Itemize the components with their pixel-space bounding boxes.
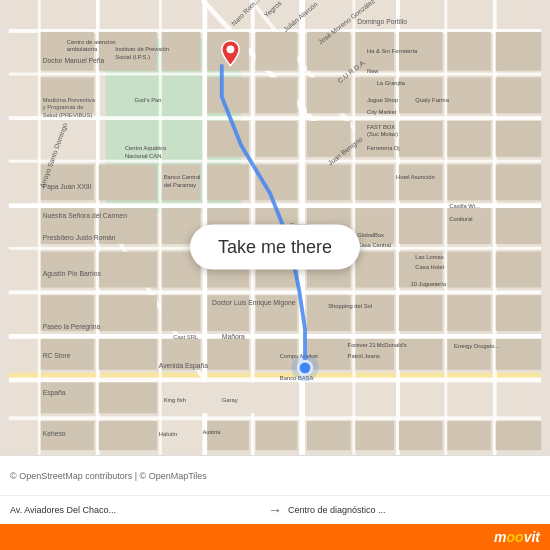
svg-text:Avenida España: Avenida España [159,362,208,370]
svg-rect-82 [355,252,394,288]
direction-to: Centro de diagnóstico ... [288,505,540,515]
svg-rect-71 [307,165,351,201]
svg-text:Centro Aquático: Centro Aquático [125,145,166,151]
svg-rect-92 [399,295,443,331]
svg-text:10 Juguetería: 10 Juguetería [411,281,447,287]
svg-text:y Programas de: y Programas de [43,104,84,110]
svg-text:Papa Juan XXIII: Papa Juan XXIII [43,183,92,191]
svg-text:RC Store: RC Store [43,352,71,359]
svg-text:Casa Hotel: Casa Hotel [415,264,444,270]
svg-text:Halutín: Halutín [159,431,177,437]
svg-text:Doctor Manuel Peña: Doctor Manuel Peña [43,57,105,64]
svg-text:Instituto de Previsión: Instituto de Previsión [115,46,169,52]
svg-rect-89 [399,165,443,201]
svg-rect-36 [99,165,157,201]
svg-text:Agustín Pío Barrios: Agustín Pío Barrios [43,270,102,278]
map-area[interactable]: Doctor Manuel Peña Medicina Preventiva y… [0,0,550,455]
svg-text:God's Pan: God's Pan [135,97,162,103]
attribution-bar: © OpenStreetMap contributors | © OpenMap… [0,455,550,495]
svg-text:Austria: Austria [202,429,221,435]
svg-rect-110 [496,295,541,331]
svg-rect-5 [9,160,541,163]
svg-rect-33 [41,382,94,413]
svg-text:Garay: Garay [222,397,238,403]
directions-row: Av. Aviadores Del Chaco... → Centro de d… [0,495,550,524]
svg-text:La Granjita: La Granjita [377,80,406,86]
svg-rect-90 [399,208,443,244]
svg-rect-112 [496,421,541,450]
svg-rect-58 [207,421,249,450]
svg-text:Patrol Jeans: Patrol Jeans [348,353,380,359]
svg-rect-111 [496,339,541,370]
svg-text:Cooltural: Cooltural [449,216,472,222]
svg-text:GlobalBox: GlobalBox [357,232,384,238]
svg-text:Ha & Sm Ferretería: Ha & Sm Ferretería [367,48,418,54]
svg-text:FAST BOX: FAST BOX [367,124,395,130]
svg-text:Paseo la Peregrina: Paseo la Peregrina [43,323,101,331]
svg-rect-76 [307,421,351,450]
svg-rect-108 [496,208,541,244]
svg-rect-61 [256,121,298,157]
svg-text:Shopping del Sol: Shopping del Sol [328,303,372,309]
svg-text:Mañora: Mañora [222,333,245,340]
svg-text:Centro de atencion: Centro de atencion [67,39,116,45]
svg-text:Doctor Luis Enrique Migone: Doctor Luis Enrique Migone [212,299,296,307]
svg-rect-106 [496,121,541,157]
svg-text:Qualy Farma: Qualy Farma [415,97,449,103]
svg-rect-99 [447,208,491,244]
svg-rect-40 [99,339,157,370]
app-container: Doctor Manuel Peña Medicina Preventiva y… [0,0,550,550]
svg-text:Jugue Shop: Jugue Shop [367,97,398,103]
svg-rect-85 [355,421,394,450]
svg-rect-13 [38,0,41,455]
svg-text:Salud (PREVIBUS): Salud (PREVIBUS) [43,112,93,118]
svg-rect-98 [447,165,491,201]
svg-rect-83 [355,295,394,331]
svg-rect-21 [444,0,447,455]
svg-rect-101 [447,295,491,331]
svg-rect-38 [99,252,157,288]
svg-rect-96 [447,77,491,113]
svg-text:Casilla Wi...: Casilla Wi... [449,203,480,209]
svg-rect-53 [207,165,249,201]
svg-text:McDonald's: McDonald's [377,342,407,348]
svg-rect-104 [496,32,541,71]
svg-text:Cast SRL: Cast SRL [173,334,199,340]
svg-rect-41 [99,382,157,413]
svg-rect-47 [162,295,201,331]
svg-rect-15 [159,0,162,455]
svg-text:Ferretería Dj: Ferretería Dj [367,145,400,151]
svg-rect-80 [355,165,394,201]
svg-rect-39 [99,295,157,331]
svg-rect-94 [399,421,443,450]
attribution-text: © OpenStreetMap contributors | © OpenMap… [10,471,207,481]
svg-point-179 [227,46,235,54]
svg-text:Domingo Portillo: Domingo Portillo [357,18,407,26]
svg-rect-107 [496,165,541,201]
moovit-logo: moovit [494,529,540,545]
svg-text:Las Lomas: Las Lomas [415,254,443,260]
svg-text:Hotel Asunción: Hotel Asunción [396,174,435,180]
svg-text:ambulatoria: ambulatoria [67,46,98,52]
svg-text:Energy Drugsto...: Energy Drugsto... [454,344,499,350]
svg-rect-42 [99,421,157,450]
svg-rect-3 [9,73,541,76]
svg-text:(Suc Molas): (Suc Molas) [367,132,398,138]
svg-text:Banco Central: Banco Central [164,174,201,180]
svg-rect-67 [256,421,298,450]
svg-text:España: España [43,389,66,397]
svg-rect-9 [9,334,541,339]
svg-text:New: New [367,68,379,74]
svg-text:del Paramay: del Paramay [164,182,197,188]
svg-rect-109 [496,252,541,288]
svg-text:Casa Central: Casa Central [357,242,391,248]
svg-rect-95 [447,32,491,71]
svg-rect-69 [307,77,351,113]
svg-rect-59 [256,32,298,71]
svg-text:Nuestra Señora del Carmen: Nuestra Señora del Carmen [43,212,127,219]
direction-from: Av. Aviadores Del Chaco... [10,505,262,515]
take-me-there-button[interactable]: Take me there [190,225,360,270]
svg-rect-88 [399,121,443,157]
svg-rect-12 [9,416,541,420]
svg-text:Nacional CAN: Nacional CAN [125,153,161,159]
